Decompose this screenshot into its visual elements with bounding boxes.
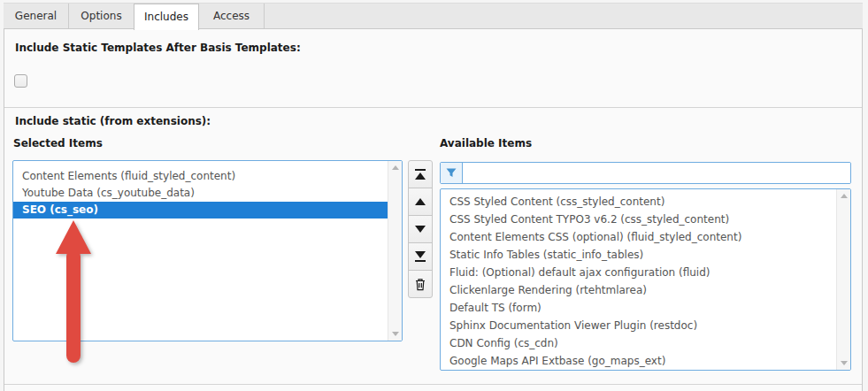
includes-panel: Include Static Templates After Basis Tem… <box>4 28 863 391</box>
tab-bar: General Options Includes Access <box>4 3 863 28</box>
list-item[interactable]: Content Elements CSS (optional) (fluid_s… <box>441 228 836 246</box>
list-item[interactable]: Default TS (form) <box>441 299 836 317</box>
template-includes-screen: General Options Includes Access Include … <box>0 0 868 391</box>
move-up-button[interactable] <box>408 188 433 216</box>
section-divider <box>4 107 862 108</box>
tab-access[interactable]: Access <box>199 4 265 28</box>
selected-items-listbox[interactable]: Content Elements (fluid_styled_content)Y… <box>12 160 403 341</box>
scroll-down-icon[interactable] <box>392 332 399 336</box>
list-item[interactable]: Clickenlarge Rendering (rtehtmlarea) <box>441 281 836 299</box>
list-item[interactable]: Static Info Tables (static_info_tables) <box>441 246 836 264</box>
move-button-column <box>408 160 433 298</box>
move-to-bottom-button[interactable] <box>408 242 433 271</box>
available-items-listbox[interactable]: CSS Styled Content (css_styled_content)C… <box>440 188 851 371</box>
selected-list-scrollbar[interactable] <box>388 161 402 341</box>
list-item[interactable]: CDN Config (cs_cdn) <box>441 334 836 352</box>
filter-button[interactable] <box>441 163 463 183</box>
basis-templates-label: Include Static Templates After Basis Tem… <box>15 42 301 54</box>
filter-input[interactable] <box>463 163 850 183</box>
selected-items-label: Selected Items <box>13 137 103 150</box>
tab-options[interactable]: Options <box>69 4 134 28</box>
move-down-icon <box>415 226 426 233</box>
move-to-top-icon <box>415 169 426 180</box>
move-to-top-button[interactable] <box>408 160 433 188</box>
scroll-up-icon[interactable] <box>392 165 399 170</box>
remove-item-button[interactable] <box>408 270 433 298</box>
section-divider <box>4 384 862 385</box>
basis-templates-checkbox[interactable] <box>14 74 27 88</box>
list-item[interactable]: Youtube Data (cs_youtube_data) <box>13 185 388 202</box>
list-item[interactable]: Google Maps API Extbase (go_maps_ext) <box>441 352 836 370</box>
move-up-icon <box>415 198 426 205</box>
list-item[interactable]: Sphinx Documentation Viewer Plugin (rest… <box>441 317 836 334</box>
available-filter-row <box>440 162 851 184</box>
move-down-button[interactable] <box>408 215 433 243</box>
list-item[interactable]: CSS Styled Content TYPO3 v6.2 (css_style… <box>441 211 836 228</box>
tab-general[interactable]: General <box>4 4 69 28</box>
list-item[interactable]: Content Elements (fluid_styled_content) <box>13 168 388 185</box>
tab-includes[interactable]: Includes <box>134 4 199 30</box>
scroll-up-icon[interactable] <box>841 194 848 198</box>
list-item[interactable]: Fluid: (Optional) default ajax configura… <box>441 264 836 281</box>
available-items-label: Available Items <box>440 137 532 150</box>
scroll-down-icon[interactable] <box>841 361 848 365</box>
filter-funnel-icon <box>446 168 457 178</box>
move-to-bottom-icon <box>415 251 426 262</box>
list-item[interactable]: SEO (cs_seo) <box>13 202 388 218</box>
trash-icon <box>414 278 426 291</box>
include-static-label: Include static (from extensions): <box>15 115 211 127</box>
available-list-scrollbar[interactable] <box>836 189 850 370</box>
list-item[interactable]: CSS Styled Content (css_styled_content) <box>441 193 836 211</box>
